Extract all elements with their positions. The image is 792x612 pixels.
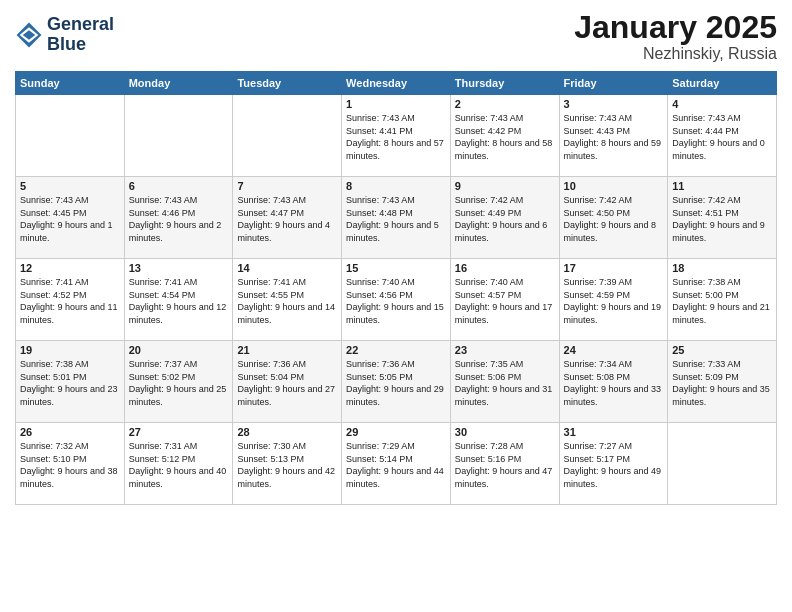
month-title: January 2025 <box>574 10 777 45</box>
day-info: Sunrise: 7:32 AM Sunset: 5:10 PM Dayligh… <box>20 440 120 490</box>
day-number: 17 <box>564 262 664 274</box>
day-number: 19 <box>20 344 120 356</box>
day-info: Sunrise: 7:38 AM Sunset: 5:01 PM Dayligh… <box>20 358 120 408</box>
logo-text-general: General <box>47 15 114 35</box>
weekday-header-tuesday: Tuesday <box>233 72 342 95</box>
calendar-cell <box>124 95 233 177</box>
day-number: 30 <box>455 426 555 438</box>
day-info: Sunrise: 7:43 AM Sunset: 4:47 PM Dayligh… <box>237 194 337 244</box>
calendar-cell: 7Sunrise: 7:43 AM Sunset: 4:47 PM Daylig… <box>233 177 342 259</box>
day-number: 24 <box>564 344 664 356</box>
day-info: Sunrise: 7:41 AM Sunset: 4:54 PM Dayligh… <box>129 276 229 326</box>
calendar-week-row: 12Sunrise: 7:41 AM Sunset: 4:52 PM Dayli… <box>16 259 777 341</box>
day-info: Sunrise: 7:33 AM Sunset: 5:09 PM Dayligh… <box>672 358 772 408</box>
day-info: Sunrise: 7:27 AM Sunset: 5:17 PM Dayligh… <box>564 440 664 490</box>
day-number: 23 <box>455 344 555 356</box>
header: General Blue January 2025 Nezhinskiy, Ru… <box>15 10 777 63</box>
day-info: Sunrise: 7:40 AM Sunset: 4:56 PM Dayligh… <box>346 276 446 326</box>
day-info: Sunrise: 7:43 AM Sunset: 4:43 PM Dayligh… <box>564 112 664 162</box>
logo-icon <box>15 21 43 49</box>
day-info: Sunrise: 7:43 AM Sunset: 4:41 PM Dayligh… <box>346 112 446 162</box>
calendar-cell: 13Sunrise: 7:41 AM Sunset: 4:54 PM Dayli… <box>124 259 233 341</box>
calendar-cell: 17Sunrise: 7:39 AM Sunset: 4:59 PM Dayli… <box>559 259 668 341</box>
day-info: Sunrise: 7:30 AM Sunset: 5:13 PM Dayligh… <box>237 440 337 490</box>
calendar-cell: 10Sunrise: 7:42 AM Sunset: 4:50 PM Dayli… <box>559 177 668 259</box>
calendar-cell: 21Sunrise: 7:36 AM Sunset: 5:04 PM Dayli… <box>233 341 342 423</box>
day-info: Sunrise: 7:31 AM Sunset: 5:12 PM Dayligh… <box>129 440 229 490</box>
day-info: Sunrise: 7:43 AM Sunset: 4:46 PM Dayligh… <box>129 194 229 244</box>
calendar-cell: 23Sunrise: 7:35 AM Sunset: 5:06 PM Dayli… <box>450 341 559 423</box>
day-info: Sunrise: 7:43 AM Sunset: 4:44 PM Dayligh… <box>672 112 772 162</box>
weekday-header-friday: Friday <box>559 72 668 95</box>
day-number: 22 <box>346 344 446 356</box>
day-info: Sunrise: 7:37 AM Sunset: 5:02 PM Dayligh… <box>129 358 229 408</box>
location-subtitle: Nezhinskiy, Russia <box>574 45 777 63</box>
day-info: Sunrise: 7:42 AM Sunset: 4:51 PM Dayligh… <box>672 194 772 244</box>
calendar-cell <box>233 95 342 177</box>
calendar-cell: 9Sunrise: 7:42 AM Sunset: 4:49 PM Daylig… <box>450 177 559 259</box>
day-info: Sunrise: 7:39 AM Sunset: 4:59 PM Dayligh… <box>564 276 664 326</box>
day-number: 25 <box>672 344 772 356</box>
day-number: 9 <box>455 180 555 192</box>
day-info: Sunrise: 7:28 AM Sunset: 5:16 PM Dayligh… <box>455 440 555 490</box>
calendar-cell: 2Sunrise: 7:43 AM Sunset: 4:42 PM Daylig… <box>450 95 559 177</box>
calendar-cell <box>16 95 125 177</box>
day-number: 13 <box>129 262 229 274</box>
day-info: Sunrise: 7:36 AM Sunset: 5:05 PM Dayligh… <box>346 358 446 408</box>
weekday-header-monday: Monday <box>124 72 233 95</box>
day-info: Sunrise: 7:40 AM Sunset: 4:57 PM Dayligh… <box>455 276 555 326</box>
calendar-cell: 19Sunrise: 7:38 AM Sunset: 5:01 PM Dayli… <box>16 341 125 423</box>
day-info: Sunrise: 7:43 AM Sunset: 4:42 PM Dayligh… <box>455 112 555 162</box>
day-number: 8 <box>346 180 446 192</box>
calendar-week-row: 19Sunrise: 7:38 AM Sunset: 5:01 PM Dayli… <box>16 341 777 423</box>
day-info: Sunrise: 7:43 AM Sunset: 4:48 PM Dayligh… <box>346 194 446 244</box>
day-number: 26 <box>20 426 120 438</box>
calendar-cell: 12Sunrise: 7:41 AM Sunset: 4:52 PM Dayli… <box>16 259 125 341</box>
calendar-header-row: SundayMondayTuesdayWednesdayThursdayFrid… <box>16 72 777 95</box>
day-number: 20 <box>129 344 229 356</box>
calendar-cell <box>668 423 777 505</box>
day-info: Sunrise: 7:29 AM Sunset: 5:14 PM Dayligh… <box>346 440 446 490</box>
calendar-cell: 14Sunrise: 7:41 AM Sunset: 4:55 PM Dayli… <box>233 259 342 341</box>
day-info: Sunrise: 7:42 AM Sunset: 4:50 PM Dayligh… <box>564 194 664 244</box>
calendar-cell: 27Sunrise: 7:31 AM Sunset: 5:12 PM Dayli… <box>124 423 233 505</box>
day-number: 21 <box>237 344 337 356</box>
day-number: 7 <box>237 180 337 192</box>
calendar-cell: 6Sunrise: 7:43 AM Sunset: 4:46 PM Daylig… <box>124 177 233 259</box>
day-number: 18 <box>672 262 772 274</box>
weekday-header-sunday: Sunday <box>16 72 125 95</box>
calendar-cell: 8Sunrise: 7:43 AM Sunset: 4:48 PM Daylig… <box>342 177 451 259</box>
calendar-cell: 24Sunrise: 7:34 AM Sunset: 5:08 PM Dayli… <box>559 341 668 423</box>
calendar-week-row: 26Sunrise: 7:32 AM Sunset: 5:10 PM Dayli… <box>16 423 777 505</box>
day-number: 12 <box>20 262 120 274</box>
day-number: 28 <box>237 426 337 438</box>
calendar-cell: 3Sunrise: 7:43 AM Sunset: 4:43 PM Daylig… <box>559 95 668 177</box>
day-number: 5 <box>20 180 120 192</box>
day-number: 27 <box>129 426 229 438</box>
day-number: 4 <box>672 98 772 110</box>
weekday-header-thursday: Thursday <box>450 72 559 95</box>
day-number: 2 <box>455 98 555 110</box>
day-number: 29 <box>346 426 446 438</box>
calendar-cell: 16Sunrise: 7:40 AM Sunset: 4:57 PM Dayli… <box>450 259 559 341</box>
day-info: Sunrise: 7:43 AM Sunset: 4:45 PM Dayligh… <box>20 194 120 244</box>
calendar-cell: 15Sunrise: 7:40 AM Sunset: 4:56 PM Dayli… <box>342 259 451 341</box>
calendar-cell: 30Sunrise: 7:28 AM Sunset: 5:16 PM Dayli… <box>450 423 559 505</box>
day-info: Sunrise: 7:41 AM Sunset: 4:52 PM Dayligh… <box>20 276 120 326</box>
logo: General Blue <box>15 15 114 55</box>
day-number: 16 <box>455 262 555 274</box>
weekday-header-wednesday: Wednesday <box>342 72 451 95</box>
calendar-cell: 4Sunrise: 7:43 AM Sunset: 4:44 PM Daylig… <box>668 95 777 177</box>
calendar-cell: 11Sunrise: 7:42 AM Sunset: 4:51 PM Dayli… <box>668 177 777 259</box>
calendar-cell: 26Sunrise: 7:32 AM Sunset: 5:10 PM Dayli… <box>16 423 125 505</box>
weekday-header-saturday: Saturday <box>668 72 777 95</box>
calendar-cell: 18Sunrise: 7:38 AM Sunset: 5:00 PM Dayli… <box>668 259 777 341</box>
calendar-cell: 31Sunrise: 7:27 AM Sunset: 5:17 PM Dayli… <box>559 423 668 505</box>
logo-text-blue: Blue <box>47 35 114 55</box>
day-number: 1 <box>346 98 446 110</box>
day-info: Sunrise: 7:42 AM Sunset: 4:49 PM Dayligh… <box>455 194 555 244</box>
title-block: January 2025 Nezhinskiy, Russia <box>574 10 777 63</box>
day-info: Sunrise: 7:35 AM Sunset: 5:06 PM Dayligh… <box>455 358 555 408</box>
calendar-cell: 22Sunrise: 7:36 AM Sunset: 5:05 PM Dayli… <box>342 341 451 423</box>
day-info: Sunrise: 7:34 AM Sunset: 5:08 PM Dayligh… <box>564 358 664 408</box>
